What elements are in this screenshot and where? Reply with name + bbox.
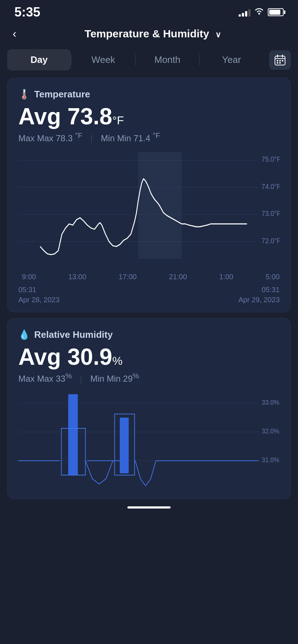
signal-bar-4 [248, 9, 250, 17]
temperature-header: 🌡️ Temperature [18, 89, 280, 100]
date-end: 05:31 Apr 29, 2023 [238, 285, 280, 305]
date-start: 05:31 Apr 28, 2023 [18, 285, 60, 305]
svg-rect-25 [68, 394, 78, 475]
x-label-3: 17:00 [119, 273, 137, 281]
header: ‹ Temperature & Humidity ∨ [0, 22, 298, 49]
signal-bar-3 [245, 11, 247, 17]
battery-icon [268, 8, 284, 16]
avg-humidity-value: 30.9 [67, 344, 112, 370]
dropdown-chevron[interactable]: ∨ [215, 30, 221, 39]
tab-day[interactable]: Day [7, 49, 71, 70]
end-time: 05:31 [238, 285, 280, 295]
calendar-button[interactable] [269, 50, 291, 70]
calendar-icon [274, 54, 286, 66]
humidity-unit: % [112, 354, 122, 367]
tab-year[interactable]: Year [200, 49, 263, 70]
temperature-title: Temperature [34, 89, 90, 100]
start-date: Apr 28, 2023 [18, 295, 60, 305]
tab-bar: Day Week Month Year [0, 49, 298, 70]
divider: | [90, 133, 95, 143]
svg-text:75.0°F: 75.0°F [262, 155, 280, 163]
humidity-min: Min Min 29% [90, 374, 139, 383]
svg-rect-9 [279, 62, 281, 64]
svg-rect-6 [279, 60, 281, 61]
humidity-avg: Avg 30.9% [18, 345, 280, 368]
svg-text:32.0%: 32.0% [262, 428, 279, 435]
thermometer-icon: 🌡️ [18, 89, 30, 100]
svg-text:74.0°F: 74.0°F [262, 182, 280, 190]
temperature-chart-svg: 75.0°F 74.0°F 73.0°F 72.0°F [18, 152, 280, 267]
humidity-max: Max Max 33% [18, 374, 72, 383]
svg-rect-8 [277, 62, 278, 64]
wifi-icon [254, 7, 264, 17]
temp-max: Max Max 78.3 °F [18, 133, 82, 143]
svg-rect-29 [120, 418, 129, 473]
date-range: 05:31 Apr 28, 2023 05:31 Apr 29, 2023 [18, 285, 280, 305]
status-bar: 5:35 [0, 0, 298, 22]
humidity-card: 💧 Relative Humidity Avg 30.9% Max Max 33… [7, 318, 291, 499]
svg-text:31.0%: 31.0% [262, 456, 279, 464]
end-date: Apr 29, 2023 [238, 295, 280, 305]
svg-point-0 [258, 13, 260, 15]
title-text: Temperature & Humidity [85, 28, 209, 40]
humidity-chart-svg: 33.0% 32.0% 31.0% [18, 392, 280, 486]
status-icons [239, 7, 284, 17]
svg-text:73.0°F: 73.0°F [262, 209, 280, 217]
x-label-6: 5:00 [266, 273, 280, 281]
humidity-icon: 💧 [18, 329, 30, 340]
page-title: Temperature & Humidity ∨ [18, 28, 287, 40]
svg-rect-7 [282, 60, 283, 61]
start-time: 05:31 [18, 285, 60, 295]
humidity-min-max: Max Max 33% | Min Min 29% [18, 372, 280, 384]
temperature-card: 🌡️ Temperature Avg 73.8°F Max Max 78.3 °… [7, 78, 291, 312]
avg-prefix: Avg [18, 344, 67, 370]
temp-x-labels: 9:00 13:00 17:00 21:00 1:00 5:00 [18, 273, 280, 281]
svg-text:72.0°F: 72.0°F [262, 236, 280, 245]
status-time: 5:35 [14, 5, 40, 20]
humidity-chart: 33.0% 32.0% 31.0% [18, 392, 280, 486]
temperature-chart: 75.0°F 74.0°F 73.0°F 72.0°F [18, 152, 280, 267]
battery-fill [269, 10, 280, 15]
avg-temp-value: 73.8 [67, 104, 112, 129]
temp-unit: °F [112, 114, 124, 127]
signal-bar-2 [242, 13, 244, 17]
x-label-1: 9:00 [22, 273, 36, 281]
temp-min: Min Min 71.4 °F [101, 133, 160, 143]
temp-min-max: Max Max 78.3 °F | Min Min 71.4 °F [18, 132, 280, 143]
tab-month[interactable]: Month [136, 49, 199, 70]
signal-bar-1 [239, 14, 241, 17]
avg-prefix: Avg [18, 104, 67, 129]
divider: | [80, 374, 85, 383]
tab-week[interactable]: Week [71, 49, 135, 70]
x-label-5: 1:00 [219, 273, 233, 281]
x-label-2: 13:00 [68, 273, 86, 281]
temperature-avg: Avg 73.8°F [18, 105, 280, 128]
humidity-title: Relative Humidity [34, 329, 113, 340]
x-label-4: 21:00 [169, 273, 187, 281]
humidity-header: 💧 Relative Humidity [18, 329, 280, 340]
home-indicator[interactable] [127, 506, 171, 509]
back-button[interactable]: ‹ [11, 25, 18, 42]
signal-icon [239, 8, 250, 17]
svg-rect-5 [277, 60, 278, 61]
svg-text:33.0%: 33.0% [262, 399, 279, 406]
